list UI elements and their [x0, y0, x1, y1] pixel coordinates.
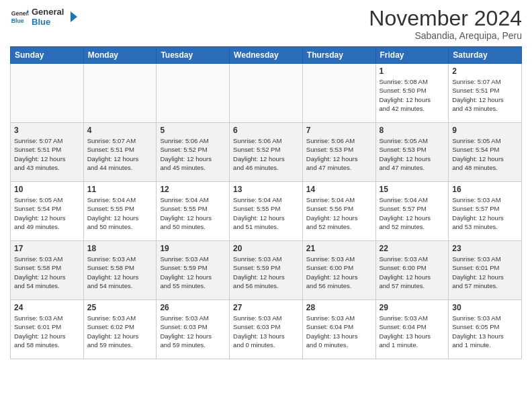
calendar-day-26: 26Sunrise: 5:03 AM Sunset: 6:03 PM Dayli… [157, 300, 230, 359]
weekday-header-saturday: Saturday [449, 47, 522, 64]
calendar-day-19: 19Sunrise: 5:03 AM Sunset: 5:59 PM Dayli… [157, 241, 230, 300]
day-info: Sunrise: 5:06 AM Sunset: 5:52 PM Dayligh… [233, 136, 299, 172]
calendar-day-30: 30Sunrise: 5:03 AM Sunset: 6:05 PM Dayli… [449, 300, 522, 359]
day-number: 3 [14, 126, 80, 135]
day-info: Sunrise: 5:03 AM Sunset: 5:58 PM Dayligh… [14, 255, 80, 290]
location-subtitle: Sabandia, Arequipa, Peru [369, 30, 522, 41]
calendar-table: SundayMondayTuesdayWednesdayThursdayFrid… [10, 46, 522, 359]
calendar-day-4: 4Sunrise: 5:07 AM Sunset: 5:51 PM Daylig… [83, 123, 157, 182]
day-number: 14 [306, 185, 372, 194]
calendar-day-9: 9Sunrise: 5:05 AM Sunset: 5:54 PM Daylig… [449, 123, 522, 182]
calendar-day-empty [157, 64, 230, 123]
calendar-day-empty [302, 64, 375, 123]
day-info: Sunrise: 5:03 AM Sunset: 6:05 PM Dayligh… [452, 314, 518, 349]
calendar-day-21: 21Sunrise: 5:03 AM Sunset: 6:00 PM Dayli… [302, 241, 375, 300]
day-number: 5 [160, 126, 226, 135]
calendar-day-10: 10Sunrise: 5:05 AM Sunset: 5:54 PM Dayli… [11, 182, 84, 241]
day-info: Sunrise: 5:05 AM Sunset: 5:53 PM Dayligh… [380, 136, 445, 172]
calendar-day-24: 24Sunrise: 5:03 AM Sunset: 6:01 PM Dayli… [11, 300, 84, 359]
calendar-week-row: 1Sunrise: 5:08 AM Sunset: 5:50 PM Daylig… [11, 64, 522, 123]
calendar-week-row: 3Sunrise: 5:07 AM Sunset: 5:51 PM Daylig… [11, 123, 522, 182]
day-info: Sunrise: 5:05 AM Sunset: 5:54 PM Dayligh… [452, 136, 518, 172]
day-number: 4 [87, 126, 153, 135]
calendar-day-7: 7Sunrise: 5:06 AM Sunset: 5:53 PM Daylig… [302, 123, 375, 182]
calendar-day-empty [83, 64, 157, 123]
title-block: November 2024 Sabandia, Arequipa, Peru [369, 7, 522, 41]
day-info: Sunrise: 5:03 AM Sunset: 6:04 PM Dayligh… [306, 314, 372, 349]
calendar-day-12: 12Sunrise: 5:04 AM Sunset: 5:55 PM Dayli… [157, 182, 230, 241]
day-number: 9 [452, 126, 518, 135]
svg-text:General: General [11, 10, 29, 17]
page-header: General Blue General Blue November 2024 … [10, 7, 522, 41]
calendar-day-17: 17Sunrise: 5:03 AM Sunset: 5:58 PM Dayli… [11, 241, 84, 300]
day-number: 20 [233, 244, 299, 253]
day-number: 26 [160, 303, 226, 312]
calendar-header-row: SundayMondayTuesdayWednesdayThursdayFrid… [11, 47, 522, 64]
calendar-day-5: 5Sunrise: 5:06 AM Sunset: 5:52 PM Daylig… [157, 123, 230, 182]
weekday-header-monday: Monday [83, 47, 157, 64]
day-info: Sunrise: 5:06 AM Sunset: 5:53 PM Dayligh… [306, 136, 372, 172]
logo-icon: General Blue [10, 7, 29, 26]
day-info: Sunrise: 5:07 AM Sunset: 5:51 PM Dayligh… [87, 136, 153, 172]
weekday-header-wednesday: Wednesday [230, 47, 303, 64]
day-number: 13 [233, 185, 299, 194]
day-number: 1 [380, 66, 445, 76]
day-info: Sunrise: 5:03 AM Sunset: 6:03 PM Dayligh… [233, 314, 299, 349]
calendar-day-empty [230, 64, 303, 123]
calendar-week-row: 24Sunrise: 5:03 AM Sunset: 6:01 PM Dayli… [11, 300, 522, 359]
day-info: Sunrise: 5:03 AM Sunset: 6:01 PM Dayligh… [452, 255, 518, 290]
calendar-day-3: 3Sunrise: 5:07 AM Sunset: 5:51 PM Daylig… [11, 123, 84, 182]
day-number: 30 [452, 303, 518, 312]
calendar-day-8: 8Sunrise: 5:05 AM Sunset: 5:53 PM Daylig… [375, 123, 449, 182]
day-number: 27 [233, 303, 299, 312]
day-info: Sunrise: 5:04 AM Sunset: 5:55 PM Dayligh… [160, 195, 226, 231]
day-info: Sunrise: 5:04 AM Sunset: 5:56 PM Dayligh… [306, 195, 372, 231]
calendar-day-11: 11Sunrise: 5:04 AM Sunset: 5:55 PM Dayli… [83, 182, 157, 241]
logo-general-text: General [32, 7, 64, 17]
logo: General Blue General Blue [10, 7, 77, 27]
weekday-header-friday: Friday [375, 47, 449, 64]
calendar-day-29: 29Sunrise: 5:03 AM Sunset: 6:04 PM Dayli… [375, 300, 449, 359]
day-info: Sunrise: 5:03 AM Sunset: 6:04 PM Dayligh… [380, 314, 445, 349]
day-info: Sunrise: 5:05 AM Sunset: 5:54 PM Dayligh… [14, 195, 80, 231]
day-number: 23 [452, 244, 518, 253]
calendar-day-15: 15Sunrise: 5:04 AM Sunset: 5:57 PM Dayli… [375, 182, 449, 241]
weekday-header-tuesday: Tuesday [157, 47, 230, 64]
calendar-day-25: 25Sunrise: 5:03 AM Sunset: 6:02 PM Dayli… [83, 300, 157, 359]
day-number: 25 [87, 303, 153, 312]
calendar-day-28: 28Sunrise: 5:03 AM Sunset: 6:04 PM Dayli… [302, 300, 375, 359]
day-number: 24 [14, 303, 80, 312]
day-number: 7 [306, 126, 372, 135]
day-number: 10 [14, 185, 80, 194]
day-info: Sunrise: 5:04 AM Sunset: 5:57 PM Dayligh… [380, 195, 445, 231]
day-info: Sunrise: 5:04 AM Sunset: 5:55 PM Dayligh… [87, 195, 153, 231]
calendar-day-6: 6Sunrise: 5:06 AM Sunset: 5:52 PM Daylig… [230, 123, 303, 182]
day-number: 15 [380, 185, 445, 194]
svg-marker-4 [71, 11, 77, 22]
day-info: Sunrise: 5:07 AM Sunset: 5:51 PM Dayligh… [14, 136, 80, 172]
calendar-day-13: 13Sunrise: 5:04 AM Sunset: 5:55 PM Dayli… [230, 182, 303, 241]
logo-triangle-icon [65, 11, 77, 23]
day-info: Sunrise: 5:06 AM Sunset: 5:52 PM Dayligh… [160, 136, 226, 172]
weekday-header-sunday: Sunday [11, 47, 84, 64]
calendar-day-2: 2Sunrise: 5:07 AM Sunset: 5:51 PM Daylig… [449, 64, 522, 123]
month-year-title: November 2024 [369, 7, 522, 30]
calendar-day-1: 1Sunrise: 5:08 AM Sunset: 5:50 PM Daylig… [375, 64, 449, 123]
day-number: 29 [380, 303, 445, 312]
calendar-day-16: 16Sunrise: 5:03 AM Sunset: 5:57 PM Dayli… [449, 182, 522, 241]
weekday-header-thursday: Thursday [302, 47, 375, 64]
calendar-week-row: 17Sunrise: 5:03 AM Sunset: 5:58 PM Dayli… [11, 241, 522, 300]
calendar-day-empty [11, 64, 84, 123]
day-number: 2 [452, 66, 518, 76]
day-info: Sunrise: 5:07 AM Sunset: 5:51 PM Dayligh… [452, 77, 518, 113]
day-info: Sunrise: 5:03 AM Sunset: 6:03 PM Dayligh… [160, 314, 226, 349]
day-number: 21 [306, 244, 372, 253]
day-number: 19 [160, 244, 226, 253]
day-number: 11 [87, 185, 153, 194]
day-info: Sunrise: 5:03 AM Sunset: 6:00 PM Dayligh… [380, 255, 445, 290]
day-number: 22 [380, 244, 445, 253]
day-info: Sunrise: 5:03 AM Sunset: 5:58 PM Dayligh… [87, 255, 153, 290]
day-number: 17 [14, 244, 80, 253]
calendar-day-18: 18Sunrise: 5:03 AM Sunset: 5:58 PM Dayli… [83, 241, 157, 300]
svg-text:Blue: Blue [11, 17, 24, 24]
